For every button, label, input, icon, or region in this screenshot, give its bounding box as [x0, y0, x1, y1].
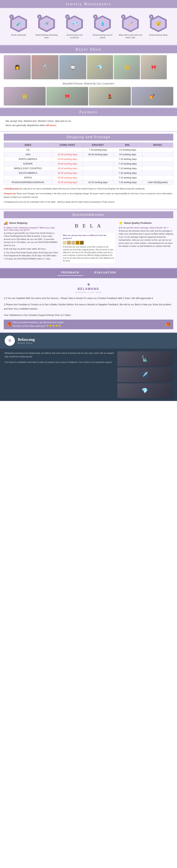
table-cell: 30-40 working days	[52, 157, 83, 161]
shipping-tbody: US7-15 working days3-5 working daysASIA2…	[4, 148, 173, 185]
shipping-header-row: AREACHINA POSTEPACKETDHLNOTES	[4, 143, 173, 148]
feedback-para2: 2.Please don't hesitate to Contact us to…	[4, 303, 173, 311]
buyer-photo: 👩	[4, 55, 31, 79]
brand-photos-col: 🗽 ✈️ 💎	[117, 351, 172, 398]
shipping-note: 3.Shipping time just can be estimated re…	[4, 200, 173, 204]
swatch-2	[67, 241, 71, 245]
brand-para2: Our brand is worldwide each lady to wear…	[5, 361, 115, 364]
shipping-section: Shipping and Postage AREACHINA POSTEPACK…	[0, 132, 177, 209]
qa-shipping-content: Q: What is the shipping company? When yo…	[4, 226, 58, 260]
qa-quality-content: Q:If we got the items damage, what shoul…	[119, 226, 173, 248]
hex-number: 3	[65, 14, 70, 19]
buyer-photo: 🎀	[141, 55, 167, 79]
hex-inner: 🧪	[12, 17, 25, 30]
jewelry-item: 🚿 2 Avoid bathing swimming wear	[34, 16, 59, 39]
table-cell: order>$10(Epacket)	[142, 180, 173, 185]
table-row: RUSSIA/UKRAINE/CANADA/UK30-40 working da…	[4, 180, 173, 185]
jewelry-label: Avoid wearing a lot of sweat	[91, 34, 115, 39]
table-cell: EUROPE	[4, 161, 52, 166]
buyer-photo: ⌚	[59, 55, 86, 79]
table-cell: 7-10 working days	[113, 157, 142, 161]
buyer-photos-bottom: 👑🎀💄💅	[0, 87, 177, 105]
jewelry-item: 🧹 5 Wipe with a soft cloth and silver cl…	[118, 16, 143, 39]
hexagon-wrap: 😴 6	[150, 16, 167, 32]
feedback-content: ◆ BELAWANG ornaments of your world 1.If …	[0, 278, 177, 332]
table-cell	[83, 176, 113, 180]
table-cell	[142, 152, 173, 157]
tab-evaluation[interactable]: EVALUATION	[91, 269, 120, 276]
jewelry-item: 🧪 1 Avoid chemicals	[6, 16, 31, 39]
brand-section: B Belawang Brand Story Belawang meaning …	[0, 333, 177, 401]
table-cell: 30-40 working days	[52, 171, 83, 176]
shipping-th: EPACKET	[83, 143, 113, 148]
hex-inner: 🚿	[40, 17, 53, 30]
brand-header: B Belawang Brand Story	[0, 333, 177, 348]
hexagon-wrap: 🧪 1	[10, 16, 27, 32]
table-cell: 10-15 working days	[83, 180, 113, 185]
payment-title: Payment	[0, 108, 177, 116]
gift-icon-right: 🎁	[166, 322, 171, 327]
qa-quality-col: ⭐ About Quality Problems: Q:If we got th…	[119, 221, 173, 264]
hex-number: 5	[121, 14, 126, 19]
qa-section: Question&Answer 🚚 About Shipping: Q: Wha…	[0, 210, 177, 268]
jewelry-label: Avoid bumps and scratches	[62, 34, 86, 39]
hex-number: 4	[93, 14, 98, 19]
brand-para1: Belawang meaning is be elegant lady, we …	[5, 351, 115, 359]
table-cell	[142, 171, 173, 176]
table-cell	[83, 171, 113, 176]
table-cell: 30-40 working days	[52, 176, 83, 180]
qa-center-col: B E L A Why we choose the item is differ…	[61, 221, 116, 264]
qa-shipping-col: 🚚 About Shipping: Q: What is the shippin…	[4, 221, 58, 264]
buyer-photo-bottom: 👑	[4, 87, 46, 105]
brand-title-group: Belawang Brand Story	[18, 337, 35, 344]
hexagon-wrap: 💧 4	[94, 16, 111, 32]
hex-inner: 💎	[68, 17, 81, 30]
table-cell: 3-5 working days	[113, 148, 142, 152]
table-cell	[142, 161, 173, 166]
table-cell: 7-15 working days	[83, 148, 113, 152]
buyer-photo-bottom: 💄	[89, 87, 131, 105]
buyer-photo-bottom: 💅	[131, 87, 174, 105]
feedback-brand-name: BELAWANG	[4, 287, 173, 291]
buyer-photo: 👑	[114, 55, 140, 79]
table-row: ASIA20-30 working days30-40 working days…	[4, 152, 173, 157]
table-cell: RUSSIA/UKRAINE/CANADA/UK	[4, 180, 52, 185]
table-cell: 7-10 working days	[113, 180, 142, 185]
qa-quality-question: Q:If we got the items damage, what shoul…	[119, 226, 173, 229]
brand-body: Belawang meaning is be elegant lady, we …	[0, 348, 177, 401]
table-cell: US	[4, 148, 52, 152]
table-cell: 30-40 working days	[83, 152, 113, 157]
stars-cta-row: 🎁 Give us positive feedback, get discoun…	[4, 320, 173, 329]
shipping-title: Shipping and Postage	[4, 134, 173, 141]
table-cell: 30-40 working days	[52, 161, 83, 166]
shipping-th: CHINA POST	[52, 143, 83, 148]
table-cell: 30-40 working days	[52, 166, 83, 171]
jewelry-label: Avoid bathing swimming wear	[34, 34, 59, 39]
quality-icon: ⭐	[119, 221, 123, 225]
table-cell: ASIA	[4, 152, 52, 157]
feedback-para1: 1.If You are Satisfied With Our items an…	[4, 296, 173, 301]
table-row: MIDDLE EAST COUNTRYS30-40 working days7-…	[4, 166, 173, 171]
brand-name: Belawang	[18, 337, 35, 342]
hex-number: 1	[9, 14, 14, 19]
qa-columns: 🚚 About Shipping: Q: What is the shippin…	[4, 221, 173, 264]
jewelry-label: Avoid wearing sleep	[149, 34, 168, 36]
swatch-3	[71, 241, 75, 245]
buyer-photo: 💍	[31, 55, 58, 79]
swatch-1	[63, 241, 67, 245]
jewelry-title: Jewelry Maintenance	[0, 0, 177, 8]
brand-story-label: Brand Story	[18, 342, 35, 344]
qa-quality-answer: A:Dear,we did carefully check the order …	[119, 229, 173, 248]
table-cell: 20-30 working days	[52, 152, 83, 157]
tab-feedback[interactable]: FEEDBACK	[57, 269, 83, 276]
qa-shipping-title: 🚚 About Shipping:	[4, 221, 58, 225]
buyer-photo-bottom: 🎀	[46, 87, 88, 105]
jewelry-item: 😴 6 Avoid wearing sleep	[146, 16, 171, 39]
table-cell	[83, 166, 113, 171]
hex-inner: 💧	[96, 17, 109, 30]
qa-answer: B.We will ship out all the order within …	[4, 247, 58, 250]
qa-answer: C.The China Post Small Packet takes 30-6…	[4, 251, 58, 260]
hex-inner: 🧹	[124, 17, 137, 30]
color-swatches	[63, 241, 114, 245]
jewelry-item: 💎 3 Avoid bumps and scratches	[62, 16, 86, 39]
